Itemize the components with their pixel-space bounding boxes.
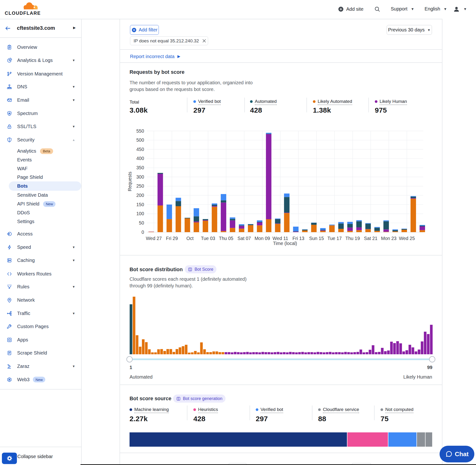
svg-text:Fri 13: Fri 13 <box>292 236 304 241</box>
svg-text:Tue 03: Tue 03 <box>201 236 215 241</box>
svg-text:Oct: Oct <box>186 236 194 241</box>
svg-text:Sat 21: Sat 21 <box>364 236 377 241</box>
svg-text:150: 150 <box>136 202 144 207</box>
svg-text:200: 200 <box>136 193 144 198</box>
svg-text:400: 400 <box>136 156 144 161</box>
svg-text:Sun 15: Sun 15 <box>309 236 324 241</box>
svg-text:350: 350 <box>136 165 144 170</box>
svg-text:Time (local): Time (local) <box>273 241 297 246</box>
svg-text:Mon 23: Mon 23 <box>381 236 396 241</box>
svg-text:100: 100 <box>136 211 144 216</box>
svg-text:Wed 11: Wed 11 <box>273 236 288 241</box>
svg-text:Tue 17: Tue 17 <box>328 236 342 241</box>
svg-text:Wed 27: Wed 27 <box>146 236 162 241</box>
svg-text:Wed 25: Wed 25 <box>399 236 415 241</box>
svg-text:Thu 19: Thu 19 <box>346 236 360 241</box>
svg-text:Sat 07: Sat 07 <box>237 236 251 241</box>
svg-text:250: 250 <box>136 183 144 189</box>
svg-text:0: 0 <box>141 230 144 235</box>
svg-text:Fri 29: Fri 29 <box>166 236 178 241</box>
svg-text:50: 50 <box>139 220 144 225</box>
svg-text:Requests: Requests <box>127 172 132 191</box>
svg-text:300: 300 <box>136 174 144 180</box>
svg-text:550: 550 <box>136 128 144 134</box>
svg-text:500: 500 <box>136 137 144 143</box>
svg-text:450: 450 <box>136 147 144 152</box>
svg-text:Thu 05: Thu 05 <box>219 236 233 241</box>
svg-text:Mon 09: Mon 09 <box>254 236 270 241</box>
